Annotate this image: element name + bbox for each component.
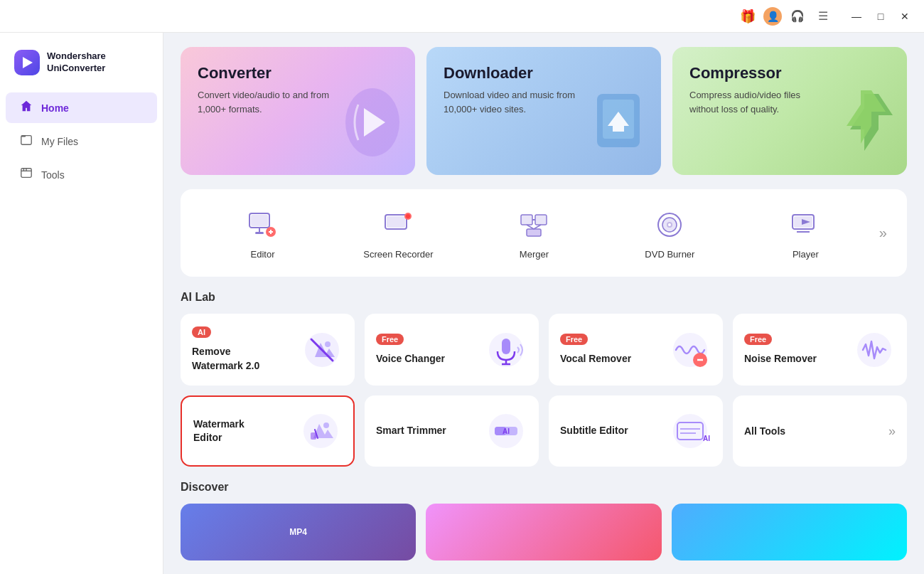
maximize-button[interactable]: □ xyxy=(870,6,891,27)
svg-text:AI: AI xyxy=(703,435,710,442)
hero-downloader[interactable]: Downloader Download video and music from… xyxy=(426,47,661,175)
svg-point-49 xyxy=(323,422,329,428)
dvd-burner-label: DVD Burner xyxy=(645,249,694,260)
player-icon xyxy=(787,206,824,243)
ai-name-noise-remover: Noise Remover xyxy=(744,352,853,366)
brand-logo-icon xyxy=(19,55,35,70)
ai-card-watermark-editor[interactable]: WatermarkEditor xyxy=(181,395,355,467)
sidebar-item-myfiles[interactable]: My Files xyxy=(6,126,157,156)
ai-card-subtitle-editor[interactable]: Subtitle Editor AI xyxy=(549,395,723,467)
discover-grid: MP4 xyxy=(181,504,907,560)
ai-card-info-vocal-remover: Free Vocal Remover xyxy=(560,334,669,366)
smart-trimmer-svg: AI xyxy=(485,410,527,452)
subtitle-editor-img: AI xyxy=(669,410,711,452)
discover-card-2[interactable] xyxy=(426,504,661,560)
tools-icon xyxy=(20,166,33,183)
smart-trimmer-img: AI xyxy=(485,410,527,452)
ai-name-remove-watermark: RemoveWatermark 2.0 xyxy=(192,345,301,373)
svg-text:AI: AI xyxy=(503,427,510,435)
sidebar-item-home[interactable]: Home xyxy=(6,92,157,123)
ai-lab-section: AI Lab AI RemoveWatermark 2.0 xyxy=(181,291,907,467)
home-svg xyxy=(20,100,33,112)
tools-svg xyxy=(20,166,33,179)
downloader-img xyxy=(583,80,654,175)
main-content: Converter Convert video/audio to and fro… xyxy=(163,33,924,574)
hero-converter[interactable]: Converter Convert video/audio to and fro… xyxy=(181,47,415,175)
svg-marker-0 xyxy=(23,57,33,68)
editor-label: Editor xyxy=(251,249,275,260)
screen-recorder-label: Screen Recorder xyxy=(363,249,433,260)
ai-card-info-subtitle-editor: Subtitle Editor xyxy=(560,424,669,438)
voice-changer-img xyxy=(485,329,527,371)
files-svg xyxy=(20,133,33,146)
ai-badge-vocal-remover: Free xyxy=(560,334,588,345)
ai-card-voice-changer[interactable]: Free Voice Changer xyxy=(365,314,539,386)
window-controls: — □ ✕ xyxy=(846,6,915,27)
dvd-burner-svg xyxy=(654,209,685,240)
converter-svg xyxy=(337,80,408,165)
svg-rect-12 xyxy=(613,126,624,132)
files-icon xyxy=(20,133,33,149)
brand-name: WondershareUniConverter xyxy=(47,51,106,75)
menu-icon[interactable]: ☰ xyxy=(813,6,833,26)
noise-remover-svg xyxy=(853,329,896,371)
home-label: Home xyxy=(41,102,69,114)
ai-badge-voice-changer: Free xyxy=(376,334,404,345)
tool-screen-recorder[interactable]: Screen Recorder xyxy=(331,201,466,265)
compressor-desc: Compress audio/video files without loss … xyxy=(689,88,832,116)
svg-rect-16 xyxy=(251,215,268,226)
ai-card-remove-watermark[interactable]: AI RemoveWatermark 2.0 xyxy=(181,314,355,386)
ai-badge-remove-watermark: AI xyxy=(192,326,211,338)
svg-point-32 xyxy=(668,223,671,226)
tools-label: Tools xyxy=(41,169,65,181)
ai-card-all-tools[interactable]: All Tools » xyxy=(733,395,907,467)
ai-card-info-voice-changer: Free Voice Changer xyxy=(376,334,485,366)
ai-card-vocal-remover[interactable]: Free Vocal Remover xyxy=(549,314,723,386)
svg-rect-2 xyxy=(21,136,31,145)
editor-svg xyxy=(247,209,278,240)
watermark-editor-img xyxy=(299,410,342,452)
svg-rect-23 xyxy=(387,216,405,228)
ai-name-subtitle-editor: Subtitle Editor xyxy=(560,424,669,438)
tool-player[interactable]: Player xyxy=(738,201,874,265)
merger-label: Merger xyxy=(520,249,549,260)
ai-name-vocal-remover: Vocal Remover xyxy=(560,352,669,366)
tool-merger[interactable]: Merger xyxy=(466,201,602,265)
editor-icon xyxy=(244,206,281,243)
ai-badge-noise-remover: Free xyxy=(744,334,772,345)
user-icon[interactable]: 👤 xyxy=(763,7,782,26)
close-button[interactable]: ✕ xyxy=(894,6,915,27)
tools-more-button[interactable]: » xyxy=(874,219,893,247)
minimize-button[interactable]: — xyxy=(846,6,867,27)
sidebar-item-tools[interactable]: Tools xyxy=(6,159,157,190)
tool-editor[interactable]: Editor xyxy=(195,201,331,265)
tool-dvd-burner[interactable]: DVD Burner xyxy=(602,201,738,265)
vocal-remover-svg xyxy=(669,329,711,371)
svg-rect-28 xyxy=(527,229,541,236)
compressor-img xyxy=(829,80,900,175)
svg-rect-18 xyxy=(255,232,264,234)
titlebar: 🎁 👤 🎧 ☰ — □ ✕ xyxy=(0,0,924,33)
titlebar-icons: 🎁 👤 🎧 ☰ xyxy=(738,6,833,26)
player-label: Player xyxy=(793,249,819,260)
hero-cards: Converter Convert video/audio to and fro… xyxy=(181,47,907,175)
merger-icon xyxy=(515,206,552,243)
hero-compressor[interactable]: Compressor Compress audio/video files wi… xyxy=(672,47,907,175)
gift-icon[interactable]: 🎁 xyxy=(738,6,758,26)
ai-card-noise-remover[interactable]: Free Noise Remover xyxy=(733,314,907,386)
ai-name-voice-changer: Voice Changer xyxy=(376,352,485,366)
player-svg xyxy=(790,209,821,240)
discover-card-3[interactable] xyxy=(672,504,907,560)
ai-grid: AI RemoveWatermark 2.0 xyxy=(181,314,907,467)
converter-img xyxy=(337,80,408,175)
watermark-editor-svg xyxy=(299,410,342,452)
sidebar: WondershareUniConverter Home My Files xyxy=(0,33,163,574)
discover-card-1[interactable]: MP4 xyxy=(181,504,416,560)
headset-icon[interactable]: 🎧 xyxy=(788,6,807,26)
discover-card-1-label: MP4 xyxy=(284,521,313,543)
ai-card-smart-trimmer[interactable]: Smart Trimmer AI xyxy=(365,395,539,467)
all-tools-name: All Tools xyxy=(744,425,785,437)
converter-desc: Convert video/audio to and from 1,000+ f… xyxy=(198,88,340,116)
svg-point-38 xyxy=(325,341,331,347)
ai-card-info-remove-watermark: AI RemoveWatermark 2.0 xyxy=(192,326,301,373)
